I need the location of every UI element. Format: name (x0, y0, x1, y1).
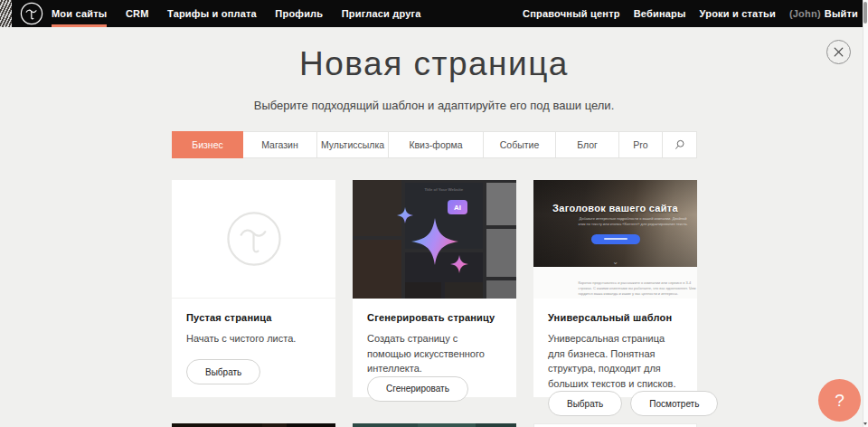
card-ai-generate[interactable]: Title of Your Website (353, 180, 516, 397)
nav-crm[interactable]: CRM (126, 0, 149, 27)
close-button[interactable] (826, 40, 851, 64)
tab-multilink[interactable]: Мультиссылка (317, 131, 389, 158)
help-button[interactable]: ? (818, 379, 861, 422)
page-title: Новая страница (0, 45, 868, 83)
user-name: (John) (789, 8, 821, 19)
nav-help-center[interactable]: Справочный центр (523, 0, 620, 27)
card-universal-body: Универсальный шаблон Универсальная стран… (533, 299, 697, 427)
tab-event[interactable]: Событие (484, 131, 556, 158)
card-title: Сгенерировать страницу (367, 312, 502, 323)
card-ai-body: Сгенерировать страницу Создать страницу … (353, 299, 516, 414)
logout-label: Выйти (825, 8, 858, 19)
nav-left: Мои сайты CRM Тарифы и оплата Профиль Пр… (52, 0, 436, 27)
generate-button[interactable]: Сгенерировать (367, 376, 468, 402)
help-label: ? (835, 391, 844, 411)
card-title: Пустая страница (186, 312, 321, 323)
card-partial[interactable] (533, 423, 697, 427)
card-description: Универсальная страница для бизнеса. Поня… (548, 331, 683, 391)
preview-hero-subtitle: Добавьте интересные подробности о вашей … (576, 216, 689, 227)
card-partial[interactable] (353, 423, 516, 427)
tilda-logo[interactable] (20, 2, 43, 25)
nav-webinars[interactable]: Вебинары (634, 0, 686, 27)
card-description: Начать с чистого листа. (186, 331, 321, 346)
preview-body-text: Коротко представьтесь и расскажите о ком… (578, 280, 696, 297)
search-tab[interactable] (663, 131, 697, 158)
template-cards: Пустая страница Начать с чистого листа. … (172, 180, 697, 397)
blank-page-preview (172, 180, 335, 299)
chevron-down-icon: ⌄ (612, 258, 618, 266)
page-subtitle: Выберите подходящий шаблон и адаптируйте… (0, 99, 868, 112)
choose-blank-button[interactable]: Выбрать (186, 359, 260, 384)
scrollbar-thumb[interactable] (863, 2, 867, 24)
tab-shop[interactable]: Магазин (243, 131, 317, 158)
card-description: Создать страницу с помощью искусственног… (367, 331, 502, 376)
scrollbar[interactable] (863, 0, 868, 427)
scrollbar-down-arrow[interactable] (863, 422, 867, 425)
nav-profile[interactable]: Профиль (275, 0, 323, 27)
universal-template-preview: Заголовок вашего сайта Добавьте интересн… (533, 180, 697, 299)
preview-hero-title: Заголовок вашего сайта (533, 180, 697, 214)
card-blank-body: Пустая страница Начать с чистого листа. … (172, 299, 335, 397)
card-universal-template[interactable]: Заголовок вашего сайта Добавьте интересн… (533, 180, 697, 397)
desktop-edge-pattern (0, 0, 12, 27)
tab-pro[interactable]: Pro (619, 131, 663, 158)
tab-quiz-form[interactable]: Квиз-форма (389, 131, 484, 158)
nav-logout[interactable]: (John)Выйти (789, 0, 858, 27)
ai-badge: AI (448, 200, 467, 214)
tab-business[interactable]: Бизнес (172, 131, 243, 158)
nav-tariffs[interactable]: Тарифы и оплата (167, 0, 257, 27)
card-title: Универсальный шаблон (548, 312, 683, 323)
next-template-row (172, 423, 697, 427)
nav-invite-friend[interactable]: Пригласи друга (342, 0, 421, 27)
card-partial[interactable] (172, 423, 335, 427)
tab-blog[interactable]: Блог (556, 131, 619, 158)
preview-universal-button[interactable]: Посмотреть (630, 391, 718, 416)
template-category-tabs: Бизнес Магазин Мультиссылка Квиз-форма С… (172, 131, 697, 158)
preview-cta-button (591, 234, 640, 244)
choose-universal-button[interactable]: Выбрать (548, 391, 622, 416)
top-nav: Мои сайты CRM Тарифы и оплата Профиль Пр… (0, 0, 868, 27)
tilda-logo-watermark-icon (225, 210, 283, 268)
search-icon (675, 139, 685, 150)
nav-my-sites[interactable]: Мои сайты (52, 0, 107, 27)
preview-hero: Заголовок вашего сайта Добавьте интересн… (533, 180, 697, 267)
ai-sparkle-icon (382, 187, 487, 289)
ai-preview: Title of Your Website (353, 180, 516, 299)
card-blank-page[interactable]: Пустая страница Начать с чистого листа. … (172, 180, 335, 397)
new-page-modal: Новая страница Выберите подходящий шабло… (0, 0, 868, 427)
nav-lessons[interactable]: Уроки и статьи (700, 0, 776, 27)
close-icon (834, 47, 844, 57)
nav-right: Справочный центр Вебинары Уроки и статьи… (509, 0, 858, 27)
